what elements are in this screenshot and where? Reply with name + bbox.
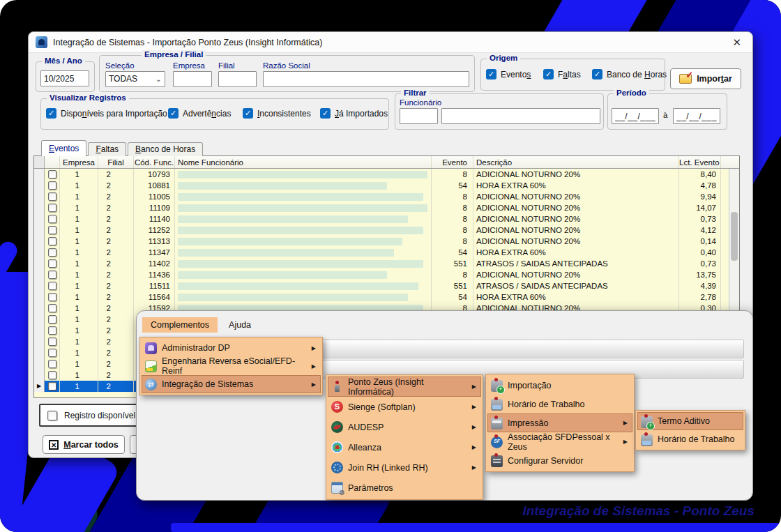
row-checkbox[interactable]	[48, 226, 56, 234]
checkbox-eventos[interactable]: ✓ Eventos	[486, 69, 531, 79]
periodo-de-input[interactable]	[612, 108, 659, 124]
row-checkbox[interactable]	[48, 349, 56, 357]
table-row[interactable]: 1 2 11402 551 ATRASOS / SAIDAS ANTECIPAD…	[34, 258, 739, 269]
table-row[interactable]: 1 2 11347 54 HORA EXTRA 60% 0,40	[34, 247, 739, 258]
empresa-input[interactable]	[173, 71, 212, 87]
table-row[interactable]: 1 2 11109 8 ADICIONAL NOTURNO 20% 14,07	[34, 202, 739, 213]
row-checkbox[interactable]	[48, 192, 56, 201]
menu-item[interactable]: Administrador DP ▶	[142, 339, 321, 357]
importar-label: Importar	[697, 74, 732, 84]
menu-item[interactable]: Horário de Trabalho	[487, 395, 632, 413]
checkbox-inconsistentes[interactable]: ✓ Inconsistentes	[243, 108, 311, 119]
checkbox-checked-icon: ✓	[243, 108, 253, 119]
menu-item[interactable]: Configurar Servidor	[487, 451, 632, 470]
tab-banco-de-horas[interactable]: Banco de Horas	[128, 142, 203, 156]
menu-item[interactable]: Engenharia Reversa eSocial/EFD-Reinf ▶	[142, 357, 321, 375]
row-checkbox[interactable]	[48, 215, 56, 223]
row-checkbox[interactable]	[48, 170, 56, 178]
cell-descricao: ADICIONAL NOTURNO 20%	[473, 236, 679, 247]
col-header-filial[interactable]: Filial	[98, 156, 134, 168]
tab-faltas[interactable]: Faltas	[88, 142, 126, 156]
mes-ano-input[interactable]	[40, 70, 89, 86]
row-checkbox[interactable]	[48, 371, 56, 379]
menu-item[interactable]: AUDESP ▶	[328, 417, 481, 437]
row-checkbox[interactable]	[48, 382, 56, 390]
table-row[interactable]: 1 2 11005 8 ADICIONAL NOTURNO 20% 9,94	[34, 191, 739, 202]
table-row[interactable]: 1 2 10881 54 HORA EXTRA 60% 4,78	[34, 180, 739, 191]
menu-item[interactable]: Termo Aditivo	[637, 412, 743, 430]
row-checkbox[interactable]	[48, 315, 56, 324]
row-checkbox[interactable]	[48, 237, 56, 245]
cell-filial: 2	[98, 202, 134, 213]
row-checkbox[interactable]	[48, 326, 56, 335]
razao-social-input[interactable]	[263, 71, 469, 87]
tab-eventos[interactable]: Eventos	[41, 140, 86, 156]
row-checkbox[interactable]	[48, 282, 56, 290]
menu-item[interactable]: Impressão ▶	[487, 413, 632, 432]
table-row[interactable]: 1 2 11564 54 HORA EXTRA 60% 2,78	[34, 291, 739, 303]
importar-button[interactable]: Importar	[670, 68, 741, 89]
table-row[interactable]: 1 2 11140 8 ADICIONAL NOTURNO 20% 0,73	[34, 213, 739, 225]
row-checkbox[interactable]	[48, 271, 56, 279]
cell-filial: 2	[98, 225, 134, 236]
menu-item-label: Engenharia Reversa eSocial/EFD-Reinf	[162, 356, 300, 376]
row-checkbox[interactable]	[48, 337, 56, 346]
cell-empresa: 1	[60, 169, 98, 180]
funcionario-nome-input[interactable]	[441, 108, 600, 124]
checkbox-banco-horas[interactable]: ✓ Banco de Horas	[592, 69, 667, 79]
close-icon[interactable]: ✕	[728, 36, 745, 49]
marcar-todos-label: Marcar todos	[63, 440, 119, 450]
checkbox-disponiveis[interactable]: ✓ Disponíveis para Importação	[46, 108, 167, 119]
filial-input[interactable]	[218, 71, 257, 87]
cell-lct-evento: 0,14	[679, 236, 721, 247]
menu-item[interactable]: Join RH (Linked RH) ▶	[328, 457, 481, 478]
checkbox-advertencias[interactable]: ✓ Advertências	[168, 108, 231, 119]
checkbox-ja-importados[interactable]: ✓ Já Importados	[320, 108, 388, 119]
table-row[interactable]: 1 2 11252 8 ADICIONAL NOTURNO 20% 4,12	[34, 225, 739, 236]
row-checkbox[interactable]	[48, 181, 56, 190]
col-header-descricao[interactable]: Descrição	[473, 156, 679, 168]
menu-item[interactable]: Importação	[487, 376, 632, 395]
row-checkbox[interactable]	[48, 259, 56, 268]
menu-item[interactable]: Alleanza ▶	[328, 437, 481, 457]
table-row[interactable]: 1 2 10793 8 ADICIONAL NOTURNO 20% 8,40	[34, 169, 739, 180]
scrollbar-thumb[interactable]	[731, 212, 738, 261]
submenu-arrow-icon: ▶	[465, 383, 476, 390]
row-checkbox[interactable]	[48, 204, 56, 212]
col-header-lct-evento[interactable]: Lct. Evento	[679, 156, 721, 168]
row-indicator	[34, 314, 45, 325]
col-header-cod-func[interactable]: Cód. Func.	[134, 156, 175, 168]
col-header-nome-funcionario[interactable]: Nome Funcionário	[175, 156, 432, 168]
redacted-name	[178, 182, 387, 190]
cell-empresa: 1	[60, 180, 98, 191]
cell-empresa: 1	[60, 370, 98, 381]
col-header-evento[interactable]: Evento	[432, 156, 473, 168]
funcionario-codigo-input[interactable]	[400, 108, 438, 124]
row-checkbox[interactable]	[48, 360, 56, 368]
table-row[interactable]: 1 2 11511 551 ATRASOS / SAIDAS ANTECIPAD…	[34, 280, 739, 291]
cell-filial: 2	[98, 169, 134, 180]
col-header-empresa[interactable]: Empresa	[60, 156, 98, 168]
menu-item[interactable]: Associação SFDPessoal x Zeus ▶	[487, 432, 632, 451]
table-row[interactable]: 1 2 11313 8 ADICIONAL NOTURNO 20% 0,14	[34, 236, 739, 247]
marcar-todos-button[interactable]: ✕ Marcar todos	[43, 435, 125, 454]
row-checkbox[interactable]	[48, 248, 56, 257]
menu-item[interactable]: Sienge (Softplan) ▶	[328, 397, 481, 417]
menu-item[interactable]: Parâmetros	[328, 478, 481, 498]
menu-item[interactable]: Ponto Zeus (Insight Informática) ▶	[328, 377, 481, 397]
selecao-combobox[interactable]: TODAS ⌄	[105, 71, 165, 87]
row-checkbox[interactable]	[48, 293, 56, 301]
submenu-arrow-icon: ▶	[305, 363, 316, 370]
menu-item[interactable]: Horário de Trabalho	[637, 430, 743, 448]
row-checkbox[interactable]	[48, 304, 56, 312]
menu-ajuda[interactable]: Ajuda	[220, 317, 259, 333]
periodo-ate-input[interactable]	[673, 108, 720, 124]
table-row[interactable]: 1 2 11436 8 ADICIONAL NOTURNO 20% 13,75	[34, 269, 739, 280]
menu-item[interactable]: Integração de Sistemas ▶	[142, 375, 321, 393]
row-indicator: ▶	[34, 381, 45, 392]
submenu-arrow-icon: ▶	[616, 439, 628, 445]
menu-item-label: Alleanza	[348, 443, 381, 453]
cell-descricao: HORA EXTRA 60%	[473, 180, 679, 191]
checkbox-faltas[interactable]: ✓ Faltas	[543, 69, 581, 79]
menu-complementos[interactable]: Complementos	[142, 317, 218, 333]
